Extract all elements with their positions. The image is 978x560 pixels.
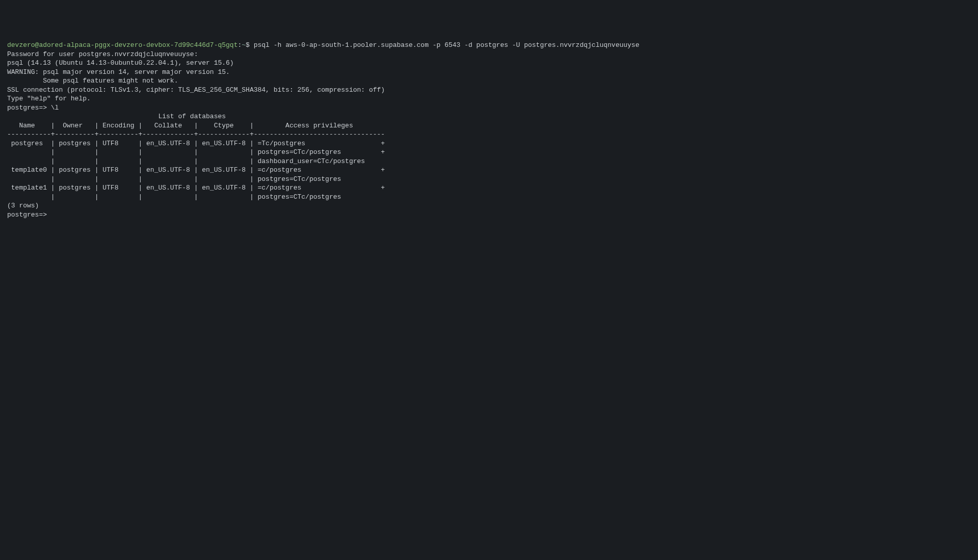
table-row: | | | | | postgres=CTc/postgres (7, 193, 971, 202)
prompt-dollar: $ (246, 41, 254, 49)
psql-version: psql (14.13 (Ubuntu 14.13-0ubuntu0.22.04… (7, 59, 971, 68)
table-row: template1 | postgres | UTF8 | en_US.UTF-… (7, 183, 971, 193)
prompt-line: devzero@adored-alpaca-pggx-devzero-devbo… (7, 41, 971, 50)
psql-warning: WARNING: psql major version 14, server m… (7, 68, 971, 77)
password-prompt: Password for user postgres.nvvrzdqjcluqn… (7, 50, 971, 59)
psql-warning-cont: Some psql features might not work. (7, 76, 971, 86)
table-row: template0 | postgres | UTF8 | en_US.UTF-… (7, 166, 971, 175)
psql-command: psql -h aws-0-ap-south-1.pooler.supabase… (254, 41, 640, 49)
table-header: Name | Owner | Encoding | Collate | Ctyp… (7, 121, 971, 130)
prompt-path: ~ (242, 41, 246, 49)
ssl-connection-info: SSL connection (protocol: TLSv1.3, ciphe… (7, 86, 971, 95)
terminal-output[interactable]: devzero@adored-alpaca-pggx-devzero-devbo… (7, 41, 971, 219)
table-title: List of databases (7, 112, 971, 121)
prompt-user-host: devzero@adored-alpaca-pggx-devzero-devbo… (7, 41, 237, 49)
table-row: | | | | | postgres=CTc/postgres + (7, 148, 971, 157)
psql-list-command: postgres=> \l (7, 103, 971, 113)
row-count: (3 rows) (7, 201, 971, 210)
help-hint: Type "help" for help. (7, 94, 971, 103)
psql-prompt: postgres=> (7, 210, 971, 220)
table-separator: -----------+----------+----------+------… (7, 130, 971, 139)
table-row: postgres | postgres | UTF8 | en_US.UTF-8… (7, 139, 971, 148)
table-row: | | | | | postgres=CTc/postgres (7, 175, 971, 184)
table-row: | | | | | dashboard_user=CTc/postgres (7, 157, 971, 166)
